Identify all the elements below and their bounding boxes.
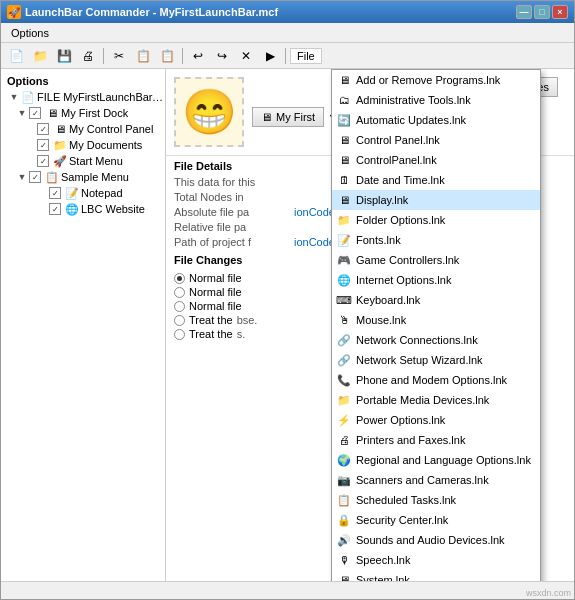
fonts-label: Fonts.lnk: [356, 234, 401, 246]
checkbox-docs[interactable]: [37, 139, 49, 151]
window-controls[interactable]: — □ ×: [516, 5, 568, 19]
options-label: Options: [1, 73, 165, 89]
menu-item-auto-updates[interactable]: 🔄 Automatic Updates.lnk: [332, 110, 540, 130]
menu-item-mouse[interactable]: 🖱 Mouse.lnk: [332, 310, 540, 330]
menu-item-security-center[interactable]: 🔒 Security Center.lnk: [332, 510, 540, 530]
display-icon: 🖥: [336, 192, 352, 208]
toolbar-copy[interactable]: 📋: [132, 46, 154, 66]
add-remove-icon: 🖥: [336, 72, 352, 88]
radio-5[interactable]: [174, 329, 185, 340]
toolbar-undo[interactable]: ↩: [187, 46, 209, 66]
dock-icon: 🖥: [45, 106, 59, 120]
expand-sample[interactable]: ▼: [17, 172, 27, 182]
tree-item-control-panel[interactable]: ▶ 🖥 My Control Panel: [1, 121, 165, 137]
menu-item-fonts[interactable]: 📝 Fonts.lnk: [332, 230, 540, 250]
maximize-button[interactable]: □: [534, 5, 550, 19]
toolbar-cut[interactable]: ✂: [108, 46, 130, 66]
menu-bar: Options: [1, 23, 574, 43]
controlpanel-lnk-icon: 🖥: [336, 152, 352, 168]
tree-item-start-menu[interactable]: ▶ 🚀 Start Menu: [1, 153, 165, 169]
notepad-label: Notepad: [81, 187, 123, 199]
watermark: wsxdn.com: [526, 588, 571, 598]
auto-updates-label: Automatic Updates.lnk: [356, 114, 466, 126]
toolbar-new[interactable]: 📄: [5, 46, 27, 66]
tree-item-my-documents[interactable]: ▶ 📁 My Documents: [1, 137, 165, 153]
toolbar-paste[interactable]: 📋: [156, 46, 178, 66]
radio-label-4: Treat the: [189, 314, 233, 326]
checkbox-sample[interactable]: [29, 171, 41, 183]
fonts-icon: 📝: [336, 232, 352, 248]
my-first-button[interactable]: 🖥 My First: [252, 107, 324, 127]
mouse-icon: 🖱: [336, 312, 352, 328]
toolbar-print[interactable]: 🖨: [77, 46, 99, 66]
close-button[interactable]: ×: [552, 5, 568, 19]
display-label: Display.lnk: [356, 194, 408, 206]
checkbox-cp[interactable]: [37, 123, 49, 135]
toolbar-save[interactable]: 💾: [53, 46, 75, 66]
menu-item-network-setup[interactable]: 🔗 Network Setup Wizard.lnk: [332, 350, 540, 370]
security-center-icon: 🔒: [336, 512, 352, 528]
radio-3[interactable]: [174, 301, 185, 312]
radio-4[interactable]: [174, 315, 185, 326]
menu-item-printers-faxes[interactable]: 🖨 Printers and Faxes.lnk: [332, 430, 540, 450]
toolbar-open[interactable]: 📁: [29, 46, 51, 66]
checkbox-notepad[interactable]: [49, 187, 61, 199]
title-bar: 🚀 LaunchBar Commander - MyFirstLaunchBar…: [1, 1, 574, 23]
toolbar-run[interactable]: ▶: [259, 46, 281, 66]
this-data-label: This data for this: [174, 176, 294, 188]
network-setup-icon: 🔗: [336, 352, 352, 368]
toolbar-delete[interactable]: ✕: [235, 46, 257, 66]
lbc-label: LBC Website: [81, 203, 145, 215]
absolute-path-label: Absolute file pa: [174, 206, 294, 218]
expand-file[interactable]: ▼: [9, 92, 19, 102]
menu-item-scheduled-tasks[interactable]: 📋 Scheduled Tasks.lnk: [332, 490, 540, 510]
game-controllers-label: Game Controllers.lnk: [356, 254, 459, 266]
dock-label: My First Dock: [61, 107, 128, 119]
menu-item-speech[interactable]: 🎙 Speech.lnk: [332, 550, 540, 570]
radio-suffix-5: s.: [237, 328, 246, 340]
auto-updates-icon: 🔄: [336, 112, 352, 128]
checkbox-start[interactable]: [37, 155, 49, 167]
menu-item-admin-tools[interactable]: 🗂 Administrative Tools.lnk: [332, 90, 540, 110]
menu-item-regional-language[interactable]: 🌍 Regional and Language Options.lnk: [332, 450, 540, 470]
smiley-icon: 😁: [182, 90, 237, 134]
menu-item-system[interactable]: 🖥 System.lnk: [332, 570, 540, 581]
right-panel: Cancel Changes 😁 🖥 My First ▼ File Detai…: [166, 69, 574, 581]
tree-item-my-first-dock[interactable]: ▼ 🖥 My First Dock: [1, 105, 165, 121]
network-setup-label: Network Setup Wizard.lnk: [356, 354, 483, 366]
menu-item-keyboard[interactable]: ⌨ Keyboard.lnk: [332, 290, 540, 310]
toolbar-sep-3: [285, 48, 286, 64]
menu-item-folder-options[interactable]: 📁 Folder Options.lnk: [332, 210, 540, 230]
menu-item-add-remove[interactable]: 🖥 Add or Remove Programs.lnk: [332, 70, 540, 90]
tree-item-sample-menu[interactable]: ▼ 📋 Sample Menu: [1, 169, 165, 185]
menu-item-controlpanel-lnk[interactable]: 🖥 ControlPanel.lnk: [332, 150, 540, 170]
tree-item-notepad[interactable]: ▶ 📝 Notepad: [1, 185, 165, 201]
checkbox-lbc[interactable]: [49, 203, 61, 215]
checkbox-dock[interactable]: [29, 107, 41, 119]
radio-1[interactable]: [174, 273, 185, 284]
menu-item-portable-media[interactable]: 📁 Portable Media Devices.lnk: [332, 390, 540, 410]
lbc-icon: 🌐: [65, 202, 79, 216]
options-menu[interactable]: Options: [5, 25, 55, 41]
menu-item-sounds-audio[interactable]: 🔊 Sounds and Audio Devices.lnk: [332, 530, 540, 550]
menu-item-control-panel[interactable]: 🖥 Control Panel.lnk: [332, 130, 540, 150]
main-content: Options ▼ 📄 FILE MyFirstLaunchBar.mcf ▼ …: [1, 69, 574, 581]
menu-item-network-connections[interactable]: 🔗 Network Connections.lnk: [332, 330, 540, 350]
menu-item-internet-options[interactable]: 🌐 Internet Options.lnk: [332, 270, 540, 290]
menu-item-date-time[interactable]: 🗓 Date and Time.lnk: [332, 170, 540, 190]
tree-item-lbc-website[interactable]: ▶ 🌐 LBC Website: [1, 201, 165, 217]
printers-faxes-icon: 🖨: [336, 432, 352, 448]
toolbar-redo[interactable]: ↪: [211, 46, 233, 66]
file-button[interactable]: File: [290, 48, 322, 64]
menu-item-scanners-cameras[interactable]: 📷 Scanners and Cameras.lnk: [332, 470, 540, 490]
minimize-button[interactable]: —: [516, 5, 532, 19]
menu-item-display[interactable]: 🖥 Display.lnk: [332, 190, 540, 210]
radio-2[interactable]: [174, 287, 185, 298]
expand-dock[interactable]: ▼: [17, 108, 27, 118]
menu-item-phone-modem[interactable]: 📞 Phone and Modem Options.lnk: [332, 370, 540, 390]
menu-item-game-controllers[interactable]: 🎮 Game Controllers.lnk: [332, 250, 540, 270]
game-controllers-icon: 🎮: [336, 252, 352, 268]
menu-item-power-options[interactable]: ⚡ Power Options.lnk: [332, 410, 540, 430]
dropdown-menu: 🖥 Add or Remove Programs.lnk 🗂 Administr…: [331, 69, 541, 581]
tree-item-file-label[interactable]: ▼ 📄 FILE MyFirstLaunchBar.mcf: [1, 89, 165, 105]
